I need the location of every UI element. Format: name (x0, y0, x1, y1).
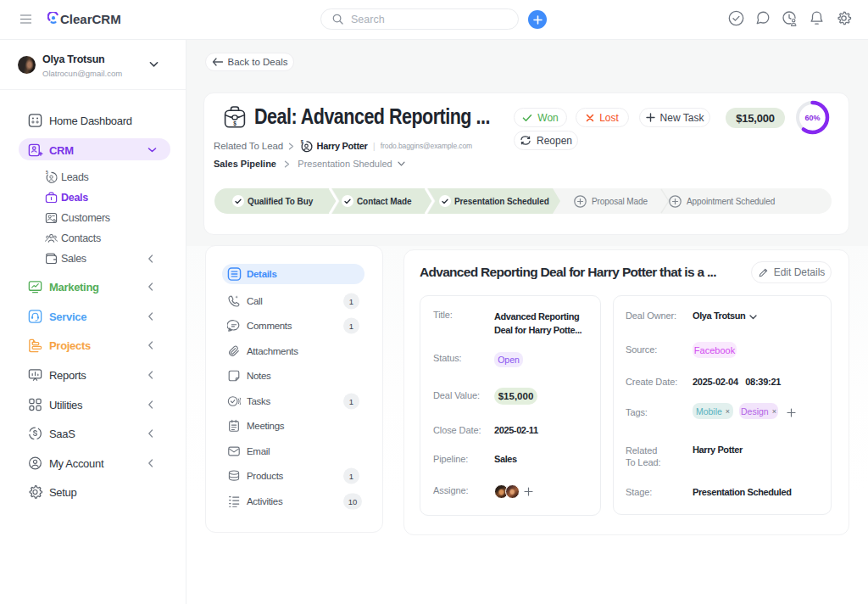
svg-text:5: 5 (46, 171, 48, 176)
svg-text:$: $ (301, 139, 303, 144)
svg-text:$: $ (233, 120, 236, 127)
